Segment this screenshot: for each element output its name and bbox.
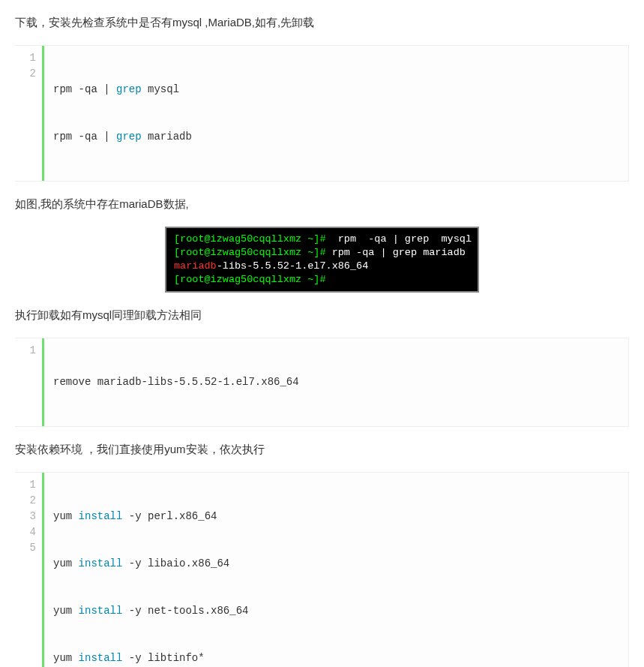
paragraph: 安装依赖环境 ，我们直接使用yum安装，依次执行 (15, 440, 629, 458)
code-lines: remove mariadb-libs-5.5.52-1.el7.x86_64 (44, 338, 628, 426)
code-lines: yum install -y perl.x86_64 yum install -… (44, 473, 628, 667)
terminal-line: [root@izwag50cqqllxmz ~]# rpm -qa | grep… (174, 246, 470, 260)
line-number: 1 (15, 477, 42, 493)
article-body: 下载，安装先检查系统中是否有mysql ,MariaDB,如有,先卸载 1 2 … (0, 14, 644, 667)
code-line: remove mariadb-libs-5.5.52-1.el7.x86_64 (53, 374, 628, 390)
line-number: 5 (15, 540, 42, 556)
terminal-window: [root@izwag50cqqllxmz ~]# rpm -qa | grep… (165, 227, 479, 293)
code-line: yum install -y libaio.x86_64 (53, 556, 628, 572)
line-number: 4 (15, 524, 42, 540)
code-line: rpm -qa | grep mysql (53, 82, 628, 98)
paragraph: 如图,我的系统中存在mariaDB数据, (15, 195, 629, 213)
keyword-install: install (79, 557, 123, 569)
keyword-grep: grep (116, 83, 142, 95)
code-lines: rpm -qa | grep mysql rpm -qa | grep mari… (44, 46, 628, 181)
code-block-remove: 1 remove mariadb-libs-5.5.52-1.el7.x86_6… (15, 338, 629, 427)
keyword-install: install (79, 510, 123, 522)
line-number: 2 (15, 66, 42, 82)
code-line: yum install -y net-tools.x86_64 (53, 603, 628, 619)
paragraph: 下载，安装先检查系统中是否有mysql ,MariaDB,如有,先卸载 (15, 14, 629, 32)
keyword-grep: grep (116, 131, 142, 143)
code-block-yum-install: 1 2 3 4 5 yum install -y perl.x86_64 yum… (15, 472, 629, 667)
code-line: yum install -y perl.x86_64 (53, 509, 628, 524)
terminal-line: [root@izwag50cqqllxmz ~]# rpm -qa | grep… (174, 233, 470, 246)
code-block-check-mysql: 1 2 rpm -qa | grep mysql rpm -qa | grep … (15, 45, 629, 182)
line-number: 2 (15, 493, 42, 509)
code-line: yum install -y libtinfo* (53, 650, 628, 666)
terminal-screenshot: [root@izwag50cqqllxmz ~]# rpm -qa | grep… (15, 227, 629, 293)
keyword-install: install (79, 652, 123, 664)
terminal-line: mariadb-libs-5.5.52-1.el7.x86_64 (174, 260, 470, 273)
line-gutter: 1 2 3 4 5 (15, 473, 44, 667)
line-number: 3 (15, 509, 42, 524)
paragraph: 执行卸载如有mysql同理卸载方法相同 (15, 306, 629, 324)
terminal-line: [root@izwag50cqqllxmz ~]# (174, 273, 470, 287)
line-number: 1 (15, 343, 42, 359)
line-gutter: 1 2 (15, 46, 44, 181)
line-number: 1 (15, 50, 42, 66)
line-gutter: 1 (15, 338, 44, 426)
keyword-install: install (79, 605, 123, 617)
code-line: rpm -qa | grep mariadb (53, 129, 628, 145)
